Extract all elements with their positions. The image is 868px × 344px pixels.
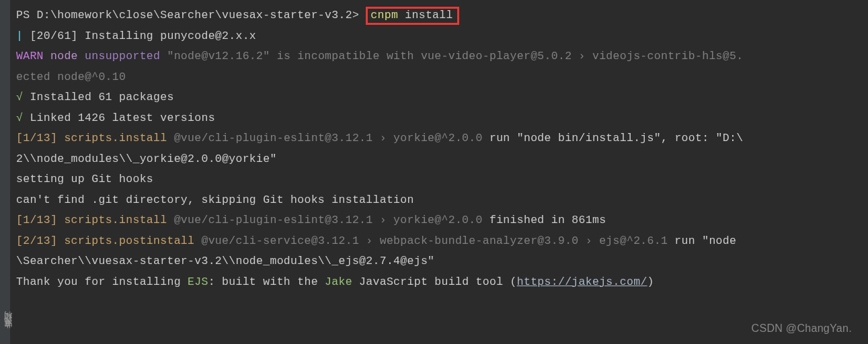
prompt-ps: PS (16, 9, 37, 22)
linked-text: Linked 1426 latest versions (23, 112, 215, 124)
s3-pkg: @vue/cli-service@3.12.1 › webpack-bundle… (201, 234, 668, 247)
s3-label: scripts.postinstall (57, 234, 201, 247)
script3-line2: \Searcher\\vuesax-starter-v3.2\\node_mod… (16, 251, 868, 272)
ejs: EJS (188, 275, 208, 288)
s1-line2: 2\\node_modules\\_yorkie@2.0.0@yorkie" (16, 153, 277, 165)
s3-line2: \Searcher\\vuesax-starter-v3.2\\node_mod… (16, 255, 434, 267)
warn-msg: "node@v12.16.2" is incompatible with vue… (160, 50, 743, 62)
s3-tag: [2/13] (16, 234, 57, 247)
s1-tag: [1/13] (16, 132, 57, 144)
script3-line: [2/13] scripts.postinstall @vue/cli-serv… (16, 231, 868, 252)
progress-bar-icon: | (16, 30, 23, 42)
s2-action: finished in 861ms (483, 214, 606, 226)
s1-action: run "node bin/install.js", root: "D:\ (483, 132, 744, 144)
terminal-output[interactable]: PS D:\homework\close\Searcher\vuesax-sta… (16, 5, 868, 292)
s1-label: scripts.install (57, 132, 173, 144)
s1-pkg: @vue/cli-plugin-eslint@3.12.1 › yorkie@^… (174, 132, 483, 144)
check-icon: √ (16, 112, 23, 124)
progress-text: [20/61] Installing punycode@2.x.x (23, 30, 256, 42)
script1-line: [1/13] scripts.install @vue/cli-plugin-e… (16, 128, 868, 149)
sidebar-label: 收藏夹 结构 (1, 325, 15, 335)
hooks1: setting up Git hooks (16, 173, 153, 185)
thanks-line: Thank you for installing EJS: built with… (16, 272, 868, 293)
command-highlighted: cnpm install (366, 7, 459, 25)
s2-tag: [1/13] (16, 214, 57, 226)
warn-line: WARN node unsupported "node@v12.16.2" is… (16, 46, 868, 67)
thanks1: Thank you for installing (16, 275, 188, 288)
s2-pkg: @vue/cli-plugin-eslint@3.12.1 › yorkie@^… (174, 214, 483, 226)
cmd-part2: install (405, 9, 452, 22)
ide-sidebar[interactable]: 收藏夹 结构 (0, 0, 11, 344)
jake: Jake (325, 275, 352, 288)
warn-label: WARN (16, 50, 44, 62)
watermark: CSDN @ChangYan. (752, 318, 852, 339)
warn-node1: node (44, 50, 85, 62)
s3-action: run "node (668, 234, 743, 247)
prompt-line: PS D:\homework\close\Searcher\vuesax-sta… (16, 5, 868, 26)
jake-link[interactable]: https://jakejs.com/ (517, 275, 647, 288)
script1-line2: 2\\node_modules\\_yorkie@2.0.0@yorkie" (16, 149, 868, 170)
hooks-line1: setting up Git hooks (16, 169, 868, 190)
warn-line2: ected node@^0.10 (16, 67, 868, 88)
progress-line: | [20/61] Installing punycode@2.x.x (16, 26, 868, 47)
thanks2: : built with the (208, 275, 325, 288)
thanks3: JavaScript build tool ( (352, 275, 517, 288)
hooks2: can't find .git directory, skipping Git … (16, 194, 414, 206)
s2-label: scripts.install (57, 214, 173, 226)
cmd-part1: cnpm (370, 9, 405, 22)
prompt-path: D:\homework\close\Searcher\vuesax-starte… (37, 9, 359, 22)
thanks4: ) (647, 275, 654, 288)
installed-text: Installed 61 packages (23, 91, 173, 103)
check-icon: √ (16, 91, 23, 103)
installed-line: √ Installed 61 packages (16, 87, 868, 108)
warn-line2-text: ected node@^0.10 (16, 71, 126, 83)
script2-line: [1/13] scripts.install @vue/cli-plugin-e… (16, 210, 868, 231)
hooks-line2: can't find .git directory, skipping Git … (16, 190, 868, 211)
warn-node2: unsupported (85, 50, 160, 62)
linked-line: √ Linked 1426 latest versions (16, 108, 868, 129)
